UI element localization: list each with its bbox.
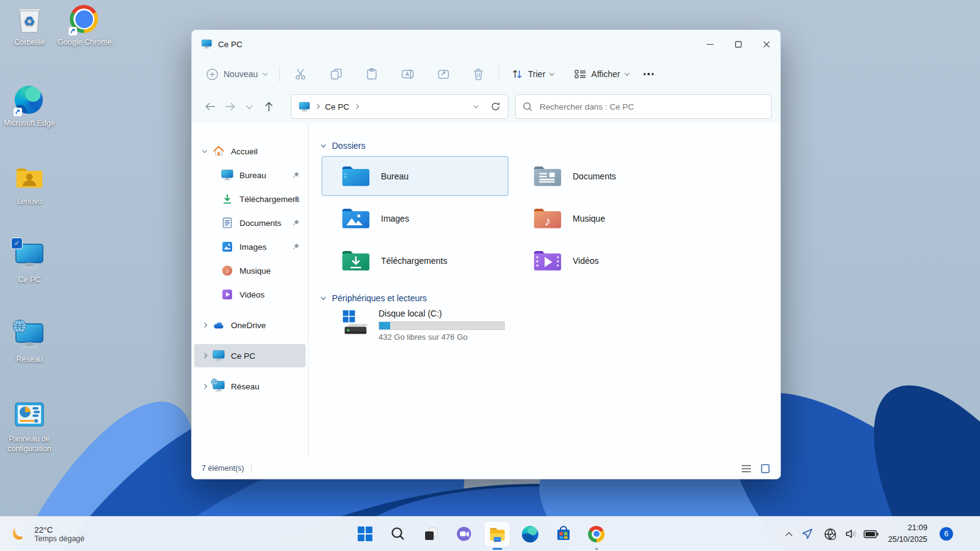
- folder-tile-bureau[interactable]: Bureau: [322, 156, 508, 196]
- battery-icon[interactable]: [864, 517, 878, 551]
- home-icon: [213, 145, 225, 157]
- sidebar-item-documents[interactable]: Documents: [194, 211, 306, 234]
- this-pc-icon: ✓: [15, 242, 44, 272]
- sidebar-item-downloads[interactable]: Téléchargement: [194, 187, 306, 211]
- desktop-icon-label: Ce PC: [0, 275, 59, 285]
- rename-icon[interactable]: [401, 68, 414, 80]
- folder-tile-images[interactable]: Images: [322, 198, 508, 238]
- task-view-icon: [423, 526, 439, 542]
- sort-button[interactable]: Trier: [507, 65, 559, 83]
- chat-button[interactable]: [451, 522, 477, 547]
- close-button[interactable]: [752, 30, 780, 58]
- sidebar-item-videos[interactable]: Vidéos: [194, 283, 306, 306]
- title-bar[interactable]: Ce PC: [192, 30, 780, 58]
- folder-tile-videos[interactable]: Vidéos: [513, 241, 700, 280]
- notification-badge[interactable]: 6: [940, 527, 953, 541]
- svg-text:♪: ♪: [225, 267, 228, 274]
- status-bar: 7 élément(s): [192, 458, 780, 479]
- folder-icon: [532, 163, 563, 189]
- download-icon: [221, 193, 233, 205]
- store-button[interactable]: [551, 522, 576, 547]
- sidebar-item-network[interactable]: Réseau: [194, 375, 306, 398]
- desktop-icon-recycle-bin[interactable]: ♻ Corbeille: [0, 5, 59, 47]
- sort-icon: [511, 69, 523, 80]
- back-button[interactable]: [200, 96, 220, 117]
- sidebar-item-desktop[interactable]: Bureau: [194, 163, 306, 187]
- this-pc-icon: [213, 350, 225, 362]
- task-view-button[interactable]: [418, 522, 443, 547]
- share-icon[interactable]: [437, 68, 450, 80]
- drive-tile-c[interactable]: Disque local (C:) 432 Go libres sur 476 …: [322, 309, 780, 342]
- new-button[interactable]: Nouveau: [202, 65, 272, 84]
- large-icons-view-icon[interactable]: [760, 464, 771, 473]
- desktop-icon-lenovo[interactable]: Lenovo: [0, 164, 59, 206]
- folder-tile-documents[interactable]: Documents: [513, 156, 700, 196]
- start-button[interactable]: [352, 522, 377, 547]
- sidebar-item-music[interactable]: ♪ Musique: [194, 259, 306, 282]
- forward-button[interactable]: [220, 96, 239, 117]
- edge-button[interactable]: [518, 522, 543, 547]
- network-icon: [213, 380, 225, 392]
- refresh-icon[interactable]: [491, 102, 500, 111]
- clock[interactable]: 21:09 25/10/2025: [888, 522, 927, 545]
- desktop-icon-label: Réseau: [0, 354, 59, 364]
- this-pc-icon: [299, 102, 310, 112]
- store-icon: [556, 526, 571, 542]
- search-input[interactable]: [538, 102, 764, 112]
- navigation-pane: Accueil Bureau Téléchargement: [192, 123, 309, 458]
- search-button[interactable]: [385, 522, 410, 547]
- up-button[interactable]: [259, 96, 279, 117]
- chrome-button[interactable]: [584, 522, 609, 547]
- section-header-folders[interactable]: Dossiers: [322, 139, 780, 152]
- section-header-devices[interactable]: Périphériques et lecteurs: [322, 291, 780, 305]
- address-bar[interactable]: Ce PC: [291, 94, 508, 119]
- folder-view: Dossiers Bureau: [309, 123, 780, 458]
- folder-tile-musique[interactable]: ♪ Musique: [513, 198, 700, 238]
- desktop-icon-label: Corbeille: [0, 37, 59, 47]
- weather-temp: 22°C: [34, 525, 85, 534]
- control-panel-icon: [15, 402, 44, 431]
- delete-icon[interactable]: [473, 68, 484, 80]
- folder-icon: [341, 248, 371, 273]
- widgets-button[interactable]: 22°C Temps dégagé: [6, 517, 88, 551]
- sidebar-item-pictures[interactable]: Images: [194, 235, 306, 258]
- more-options-icon[interactable]: [644, 73, 654, 75]
- user-folder-icon: [15, 164, 44, 193]
- desktop-icon-control-panel[interactable]: Panneau de configuration: [0, 402, 59, 454]
- search-icon: [523, 102, 532, 111]
- breadcrumb-root[interactable]: Ce PC: [325, 102, 349, 111]
- paste-icon[interactable]: [366, 68, 378, 80]
- search-box[interactable]: [515, 94, 772, 119]
- desktop-icon-this-pc[interactable]: ✓ Ce PC: [0, 242, 59, 285]
- drive-usage-fill: [379, 322, 390, 329]
- music-icon: ♪: [221, 264, 233, 277]
- chat-icon: [456, 526, 472, 542]
- address-dropdown-icon[interactable]: [473, 103, 478, 108]
- recent-locations-button[interactable]: [239, 96, 259, 117]
- network-status-icon[interactable]: [824, 517, 837, 551]
- copy-icon[interactable]: [330, 68, 342, 80]
- sidebar-item-label: OneDrive: [231, 321, 266, 330]
- tray-expand-button[interactable]: [786, 517, 791, 551]
- pin-icon: [292, 243, 300, 250]
- details-view-icon[interactable]: [741, 464, 752, 473]
- weather-condition: Temps dégagé: [34, 534, 85, 543]
- sidebar-item-this-pc[interactable]: Ce PC: [194, 344, 306, 367]
- folder-tile-telechargements[interactable]: Téléchargements: [322, 241, 508, 280]
- folder-icon: ♪: [532, 206, 563, 231]
- cut-icon[interactable]: [295, 68, 307, 80]
- sidebar-item-onedrive[interactable]: OneDrive: [194, 313, 306, 337]
- file-explorer-button[interactable]: [484, 522, 510, 547]
- folder-name: Vidéos: [573, 256, 599, 266]
- desktop-icon-network[interactable]: Réseau: [0, 322, 59, 364]
- maximize-button[interactable]: [724, 30, 752, 58]
- volume-icon[interactable]: [845, 517, 858, 551]
- desktop-icon-edge[interactable]: Microsoft Edge: [0, 86, 59, 128]
- drive-name: Disque local (C:): [379, 309, 505, 318]
- view-button[interactable]: Afficher: [570, 66, 633, 83]
- minimize-button[interactable]: [696, 30, 724, 58]
- desktop-icon-chrome[interactable]: Google Chrome: [55, 5, 114, 47]
- folder-name: Documents: [573, 171, 616, 181]
- shortcut-arrow-icon: [69, 27, 77, 36]
- sidebar-item-home[interactable]: Accueil: [194, 140, 306, 163]
